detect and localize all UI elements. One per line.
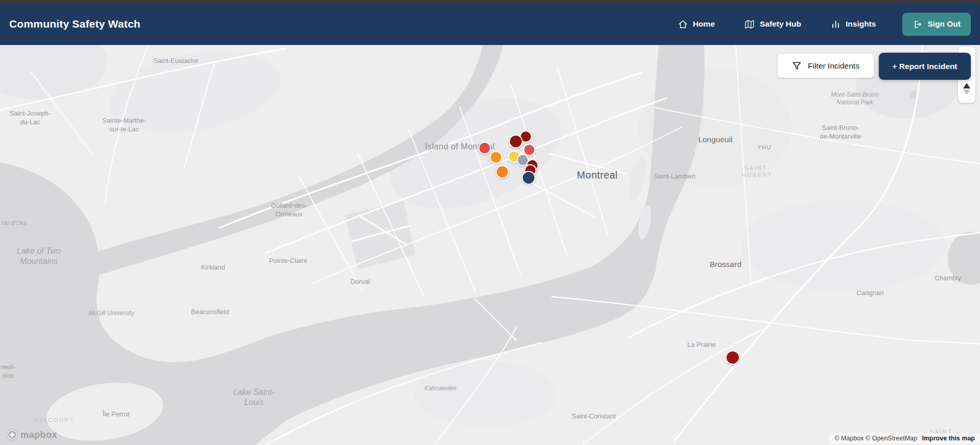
report-incident-label: + Report Incident — [892, 62, 957, 71]
compass-north-icon — [963, 83, 970, 88]
nav-safety-hub-label: Safety Hub — [760, 19, 801, 29]
incident-marker[interactable] — [522, 171, 535, 185]
map-attribution: © Mapbox © OpenStreetMap Improve this ma… — [829, 433, 980, 444]
community-safety-watch-app: Saint-EustacheSaint-Joseph- du-LacSainte… — [0, 0, 980, 445]
sign-out-button[interactable]: Sign Out — [902, 13, 971, 36]
incident-marker[interactable] — [726, 350, 740, 365]
improve-map-link[interactable]: Improve this map — [922, 435, 975, 442]
mapbox-logo[interactable]: mapbox — [6, 429, 57, 441]
mapbox-pin-icon — [6, 429, 18, 441]
nav-item-home[interactable]: Home — [678, 19, 715, 29]
attribution-osm-link[interactable]: © OpenStreetMap — [866, 435, 917, 442]
nav-item-insights[interactable]: Insights — [831, 19, 876, 29]
compass-south-icon — [963, 90, 970, 95]
filter-incidents-label: Filter Incidents — [808, 61, 859, 71]
main-nav: Home Safety Hub Insights — [678, 13, 971, 36]
nav-insights-label: Insights — [846, 19, 876, 29]
filter-incidents-button[interactable]: Filter Incidents — [778, 54, 874, 78]
incident-marker[interactable] — [496, 165, 509, 179]
app-title: Community Safety Watch — [9, 18, 141, 30]
attribution-mapbox-link[interactable]: © Mapbox — [834, 435, 864, 442]
sign-out-label: Sign Out — [927, 19, 961, 29]
logout-icon — [913, 19, 922, 29]
map-icon — [744, 19, 755, 29]
app-header: Community Safety Watch Home Safety Hub — [0, 3, 980, 45]
window-top-strip — [0, 0, 980, 3]
bar-chart-icon — [831, 19, 841, 29]
nav-home-label: Home — [693, 19, 715, 29]
incident-marker[interactable] — [478, 142, 491, 154]
mapbox-wordmark: mapbox — [20, 430, 57, 440]
funnel-icon — [792, 61, 802, 71]
report-incident-button[interactable]: + Report Incident — [879, 53, 971, 80]
incident-marker[interactable] — [489, 151, 502, 164]
nav-item-safety-hub[interactable]: Safety Hub — [744, 19, 801, 29]
incident-marker[interactable] — [509, 135, 523, 148]
home-icon — [678, 19, 688, 29]
